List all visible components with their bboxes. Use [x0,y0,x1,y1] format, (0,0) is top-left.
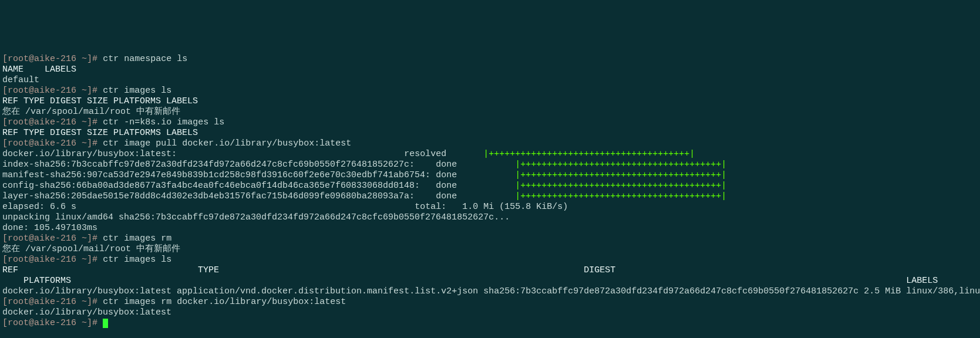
output-line: default [2,75,39,85]
pull-resolved: docker.io/library/busybox:latest: resolv… [2,149,695,159]
pull-elapsed: elapsed: 6.6 s total: 1.0 Mi (155.8 KiB/… [2,202,568,212]
command: ctr images ls [103,255,171,265]
pull-unpacking: unpacking linux/amd64 sha256:7b3ccabffc9… [2,212,510,222]
prompt-line: [root@aike-216 ~]# ctr namespace ls [2,54,187,64]
pull-layer: layer-sha256:205dae5015e78dd8c4d302e3db4… [2,191,726,201]
output-line: docker.io/library/busybox:latest [2,307,171,317]
command: ctr -n=k8s.io images ls [103,117,224,127]
table-header: REF TYPE DIGEST [2,265,980,286]
pull-done: done: 105.497103ms [2,223,97,233]
progress-bar: |++++++++++++++++++++++++++++++++++++++| [515,170,726,180]
col-ref: REF [2,265,18,275]
output-header: REF TYPE DIGEST SIZE PLATFORMS LABELS [2,128,198,138]
cell-size: 2.5 MiB [864,286,901,296]
output-header: NAME LABELS [2,65,76,75]
cursor-icon [103,319,108,328]
command: ctr namespace ls [103,54,187,64]
prompt-path: ~ [82,54,87,64]
command: ctr images ls [103,86,171,96]
prompt-line: [root@aike-216 ~]# [2,318,108,328]
prompt-line: [root@aike-216 ~]# ctr images rm docker.… [2,297,346,307]
prompt-line: [root@aike-216 ~]# ctr image pull docker… [2,138,351,148]
progress-bar: |++++++++++++++++++++++++++++++++++++++| [515,191,726,201]
prompt-line: [root@aike-216 ~]# ctr images rm [2,234,171,244]
prompt-line: [root@aike-216 ~]# ctr images ls [2,86,171,96]
prompt-user: root [8,54,29,64]
prompt-host: aike-216 [34,54,76,64]
command: ctr images rm [103,234,171,244]
prompt-line: [root@aike-216 ~]# ctr -n=k8s.io images … [2,117,224,127]
command: ctr images rm docker.io/library/busybox:… [103,297,346,307]
mail-notice: 您在 /var/spool/mail/root 中有新邮件 [2,244,180,254]
output-header: REF TYPE DIGEST SIZE PLATFORMS LABELS [2,96,198,106]
cell-platforms: linux/386,linux/amd64,linux/arm/v5,linux… [906,286,980,296]
col-type: TYPE [198,265,219,275]
progress-bar: |++++++++++++++++++++++++++++++++++++++| [483,149,695,159]
pull-manifest: manifest-sha256:907ca53d7e2947e849b839b1… [2,170,726,180]
prompt-close: ]# [87,54,97,64]
command: ctr image pull docker.io/library/busybox… [103,138,351,148]
prompt-at: @ [29,54,34,64]
prompt-open: [ [2,54,8,64]
progress-bar: |++++++++++++++++++++++++++++++++++++++| [515,160,726,170]
pull-index: index-sha256:7b3ccabffc97de872a30dfd234f… [2,160,726,170]
terminal[interactable]: [root@aike-216 ~]# ctr namespace ls NAME… [0,42,980,330]
progress-bar: |++++++++++++++++++++++++++++++++++++++| [515,181,726,191]
col-labels: LABELS [906,276,938,286]
col-digest: DIGEST [584,265,615,275]
cell-type: application/vnd.docker.distribution.mani… [177,286,478,296]
cell-digest: sha256:7b3ccabffc97de872a30dfd234fd972a6… [483,286,858,296]
prompt-line: [root@aike-216 ~]# ctr images ls [2,255,171,265]
pull-config: config-sha256:66ba00ad3de8677a3fa4bc4ea0… [2,181,726,191]
table-row: docker.io/library/busybox:latest applica… [2,286,980,296]
mail-notice: 您在 /var/spool/mail/root 中有新邮件 [2,107,180,117]
cell-ref: docker.io/library/busybox:latest [2,286,171,296]
col-platforms: PLATFORMS [23,276,71,286]
